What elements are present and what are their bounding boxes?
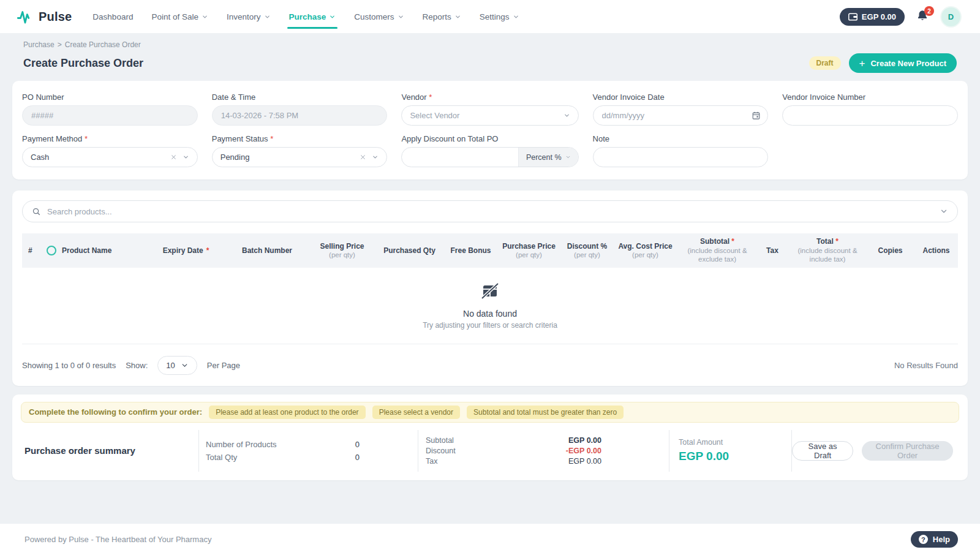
note-label: Note <box>593 134 769 143</box>
payment-status-select[interactable]: Pending <box>212 147 388 167</box>
payment-method-field: Payment Method * Cash <box>22 134 198 167</box>
empty-state: No data found Try adjusting your filters… <box>22 268 958 342</box>
note-input[interactable] <box>593 147 769 167</box>
summary-count-row: Number of Products 0 <box>206 440 360 449</box>
clear-icon[interactable] <box>360 154 366 160</box>
wallet-icon <box>848 13 858 21</box>
no-data-icon <box>480 281 500 301</box>
chevron-down-icon[interactable] <box>940 207 948 216</box>
clear-icon[interactable] <box>170 154 177 160</box>
summary-counts: Number of Products 0 Total Qty 0 <box>198 430 418 472</box>
vendor-invoice-number-field: Vendor Invoice Number <box>782 92 958 126</box>
column-purchase-price: Purchase Price(per qty) <box>497 242 561 259</box>
column-purchased-qty: Purchased Qty <box>374 246 445 255</box>
product-search-input[interactable] <box>47 207 933 216</box>
chevron-down-icon <box>398 13 404 20</box>
column-expiry-date: Expiry Date* <box>148 246 224 255</box>
vendor-select[interactable]: Select Vendor <box>401 105 578 126</box>
payment-method-select[interactable]: Cash <box>22 147 198 167</box>
chevron-down-icon <box>513 13 519 20</box>
column-batch-number: Batch Number <box>224 246 310 255</box>
column-discount-pct: Discount %(per qty) <box>561 242 613 259</box>
nav-item-inventory[interactable]: Inventory <box>227 7 271 27</box>
vendor-invoice-date-input[interactable] <box>593 105 769 126</box>
discount-input[interactable] <box>402 148 518 167</box>
column-index: # <box>28 246 47 255</box>
nav-item-point-of-sale[interactable]: Point of Sale <box>151 7 208 27</box>
order-summary-section: Complete the following to confirm your o… <box>12 395 968 480</box>
footer-tagline: Powered by Pulse - The Heartbeat of Your… <box>24 535 211 544</box>
breadcrumb: Purchase > Create Purchase Order <box>12 40 968 49</box>
date-time-input <box>212 105 388 126</box>
date-time-field: Date & Time <box>212 92 388 126</box>
top-navbar: Pulse Dashboard Point of Sale Inventory … <box>0 0 980 33</box>
chevron-down-icon <box>202 13 208 20</box>
brand-logo: Pulse <box>16 7 72 26</box>
nav-item-settings[interactable]: Settings <box>480 7 519 27</box>
chevron-down-icon <box>264 13 271 20</box>
results-summary: Showing 1 to 0 of 0 results <box>22 361 116 370</box>
page-size-select[interactable]: 10 <box>157 356 197 375</box>
chevron-down-icon <box>454 13 461 20</box>
vendor-invoice-number-input[interactable] <box>782 105 958 126</box>
nav-item-reports[interactable]: Reports <box>423 7 461 27</box>
main-nav: Dashboard Point of Sale Inventory Purcha… <box>92 7 519 27</box>
column-avg-cost-price: Avg. Cost Price(per qty) <box>613 242 677 259</box>
wallet-balance-button[interactable]: EGP 0.00 <box>840 8 905 26</box>
chevron-down-icon <box>329 13 336 20</box>
nav-item-purchase[interactable]: Purchase <box>289 7 336 27</box>
question-mark-icon: ? <box>919 535 928 544</box>
chevron-down-icon[interactable] <box>565 154 571 160</box>
calendar-icon[interactable] <box>752 111 761 120</box>
products-table-header: # Product Name Expiry Date* Batch Number… <box>22 233 958 268</box>
alert-item-subtotal: Subtotal and total must be greater than … <box>467 406 624 419</box>
payment-status-field: Payment Status * Pending <box>212 134 388 167</box>
breadcrumb-separator: > <box>58 40 62 49</box>
breadcrumb-purchase[interactable]: Purchase <box>23 40 55 49</box>
main-content: Purchase > Create Purchase Order Create … <box>0 33 980 524</box>
chevron-down-icon[interactable] <box>183 154 189 160</box>
breadcrumb-current: Create Purchase Order <box>65 40 141 49</box>
alert-item-select-vendor: Please select a vendor <box>372 406 460 419</box>
column-product-name: Product Name <box>47 246 148 255</box>
po-number-field: PO Number <box>22 92 198 126</box>
user-avatar[interactable]: D <box>941 7 960 26</box>
help-button[interactable]: ? Help <box>911 531 958 548</box>
chevron-down-icon[interactable] <box>372 154 379 160</box>
product-search-bar[interactable] <box>22 200 958 222</box>
chevron-down-icon[interactable] <box>564 112 570 119</box>
alert-item-add-product: Please add at least one product to the o… <box>209 406 366 419</box>
nav-item-customers[interactable]: Customers <box>354 7 404 27</box>
wallet-balance: EGP 0.00 <box>862 12 896 21</box>
no-results-status: No Results Found <box>894 361 958 370</box>
date-time-label: Date & Time <box>212 92 388 102</box>
confirmation-requirements-alert: Complete the following to confirm your o… <box>21 402 959 423</box>
column-free-bonus: Free Bonus <box>445 246 497 255</box>
save-as-draft-button[interactable]: Save as Draft <box>792 441 853 461</box>
chevron-down-icon[interactable] <box>181 361 189 369</box>
vendor-invoice-date-field: Vendor Invoice Date <box>593 92 769 126</box>
payment-status-label: Payment Status * <box>212 134 388 143</box>
note-field: Note <box>593 134 769 167</box>
total-amount-value: EGP 0.00 <box>679 450 791 463</box>
status-badge-draft: Draft <box>809 56 841 70</box>
notification-count-badge: 2 <box>924 6 934 16</box>
select-all-radio[interactable] <box>47 246 56 255</box>
vendor-invoice-date-label: Vendor Invoice Date <box>593 92 769 102</box>
summary-total-row: Discount -EGP 0.00 <box>426 447 601 455</box>
po-number-input <box>22 105 198 126</box>
confirm-purchase-order-button: Confirm Purchase Order <box>862 441 953 461</box>
create-new-product-button[interactable]: + Create New Product <box>849 53 957 73</box>
nav-item-dashboard[interactable]: Dashboard <box>92 7 133 27</box>
summary-total-row: Subtotal EGP 0.00 <box>426 436 601 445</box>
discount-unit-select[interactable]: Percent % <box>518 148 578 167</box>
empty-state-title: No data found <box>463 309 517 319</box>
column-actions: Actions <box>913 246 959 255</box>
discount-field: Apply Discount on Total PO Percent % <box>401 134 578 167</box>
column-selling-price: Selling Price(per qty) <box>310 242 374 259</box>
vendor-field: Vendor * Select Vendor <box>401 92 578 126</box>
pulse-heartbeat-icon <box>16 7 34 26</box>
purchase-order-form: PO Number Date & Time Vendor * Select Ve… <box>12 81 968 179</box>
vendor-label: Vendor * <box>401 92 578 102</box>
notifications-button[interactable]: 2 <box>916 9 930 24</box>
